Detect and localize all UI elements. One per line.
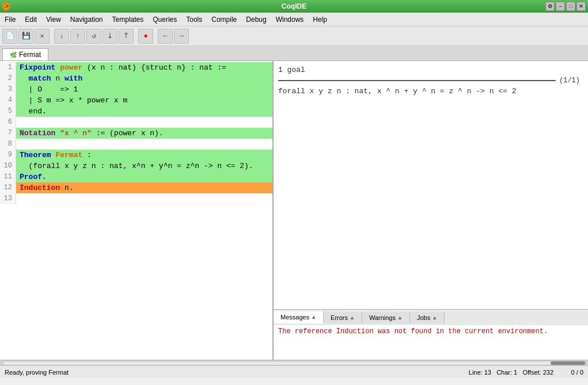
code-editor[interactable]: 1 Fixpoint power (x n : nat) {struct n} …: [0, 61, 274, 360]
offset-label: Offset:: [522, 369, 541, 376]
goal-count: 1 goal: [278, 66, 583, 74]
line-number-7: 7: [0, 128, 16, 139]
minimize-btn[interactable]: –: [556, 2, 565, 11]
line-number-2: 2: [0, 73, 16, 84]
main-content: 1 Fixpoint power (x n : nat) {struct n} …: [0, 61, 588, 360]
app-icon: 🐓: [2, 2, 10, 10]
run-to-cursor-button[interactable]: ↺: [86, 29, 101, 44]
menu-queries[interactable]: Queries: [148, 13, 181, 26]
tab-jobs[interactable]: Jobs ▲: [410, 312, 445, 323]
tab-messages-label: Messages: [280, 314, 309, 321]
menubar: File Edit View Navigation Templates Quer…: [0, 13, 588, 26]
status-position: Line: 13 Char: 1 Offset: 232 0 / 0: [469, 369, 583, 376]
message-content: The reference Induction was not found in…: [274, 325, 588, 360]
titlebar: 🐓 CoqIDE ⚙ – □ ✕: [0, 0, 588, 13]
offset-number: 232: [543, 369, 553, 376]
messages-arrow-icon: ▲: [311, 314, 316, 320]
line-number-10: 10: [0, 161, 16, 171]
menu-view[interactable]: View: [41, 13, 66, 26]
message-tabs: Messages ▲ Errors ▲ Warnings ▲ Jobs ▲: [274, 309, 588, 325]
menu-file[interactable]: File: [0, 13, 20, 26]
error-message: The reference Induction was not found in…: [278, 327, 583, 336]
save-button[interactable]: 💾: [18, 29, 33, 44]
line-content-1: Fixpoint power (x n : nat) {struct n} : …: [16, 62, 272, 73]
step-back-button[interactable]: ↑: [70, 29, 85, 44]
menu-edit[interactable]: Edit: [20, 13, 41, 26]
toolbar: 📄 💾 ✕ ↓ ↑ ↺ ⤓ ⤒ ● ← →: [0, 26, 588, 46]
line-number: 13: [484, 369, 491, 376]
status-text: Ready, proving Fermat: [5, 369, 69, 376]
proof-panel: 1 goal (1/1) forall x y z n : nat, x ^ n…: [274, 61, 588, 360]
line-label: Line:: [469, 369, 483, 376]
line-number-12: 12: [0, 182, 16, 193]
close-button[interactable]: ✕: [35, 29, 50, 44]
line-content-11: Proof.: [16, 171, 272, 182]
close-btn[interactable]: ✕: [576, 2, 586, 11]
redo-button[interactable]: →: [174, 29, 189, 44]
code-line-9: 9 Theorem Fermat :: [0, 150, 272, 161]
code-area[interactable]: 1 Fixpoint power (x n : nat) {struct n} …: [0, 61, 272, 360]
line-number-11: 11: [0, 171, 16, 182]
tab-errors-label: Errors: [331, 314, 348, 321]
code-line-11: 11 Proof.: [0, 171, 272, 182]
horizontal-scrollbar[interactable]: [2, 361, 586, 365]
maximize-btn[interactable]: □: [566, 2, 575, 11]
step-forward-button[interactable]: ↓: [54, 29, 69, 44]
line-number-4: 4: [0, 95, 16, 106]
menu-navigation[interactable]: Navigation: [66, 13, 108, 26]
tab-messages[interactable]: Messages ▲: [274, 311, 324, 323]
code-line-2: 2 match n with: [0, 73, 272, 84]
tab-warnings[interactable]: Warnings ▲: [362, 312, 410, 323]
line-content-6: [16, 117, 272, 128]
warnings-arrow-icon: ▲: [397, 315, 403, 321]
line-number-9: 9: [0, 150, 16, 161]
page-count: 0 / 0: [571, 369, 583, 376]
menu-templates[interactable]: Templates: [108, 13, 149, 26]
menu-tools[interactable]: Tools: [181, 13, 207, 26]
line-number-6: 6: [0, 117, 16, 128]
scrollbar-area[interactable]: [0, 360, 588, 365]
line-content-13: [16, 193, 272, 204]
jobs-arrow-icon: ▲: [432, 315, 437, 321]
tab-fermat[interactable]: 🌿 Fermat: [2, 48, 48, 60]
tab-bar: 🌿 Fermat: [0, 46, 588, 61]
menu-debug[interactable]: Debug: [241, 13, 271, 26]
menu-help[interactable]: Help: [308, 13, 332, 26]
code-line-13: 13: [0, 193, 272, 204]
line-content-9: Theorem Fermat :: [16, 150, 272, 161]
line-content-5: end.: [16, 106, 272, 117]
code-line-8: 8: [0, 139, 272, 150]
goal-separator-label: (1/1): [559, 77, 580, 85]
run-all-button[interactable]: ⤒: [119, 29, 134, 44]
window-controls[interactable]: ⚙ – □ ✕: [545, 2, 586, 11]
tab-errors[interactable]: Errors ▲: [324, 312, 362, 323]
code-line-3: 3 | O => 1: [0, 84, 272, 95]
line-content-4: | S m => x * power x m: [16, 95, 272, 106]
tab-label: Fermat: [19, 51, 41, 59]
help-btn[interactable]: ⚙: [545, 2, 555, 11]
interrupt-button[interactable]: ●: [138, 29, 153, 44]
menu-windows[interactable]: Windows: [271, 13, 309, 26]
undo-button[interactable]: ←: [158, 29, 173, 44]
goal-text: forall x y z n : nat, x ^ n + y ^ n = z …: [278, 87, 583, 96]
char-label: Char:: [496, 369, 512, 376]
titlebar-icon: 🐓: [2, 2, 10, 10]
menu-compile[interactable]: Compile: [207, 13, 241, 26]
line-number-5: 5: [0, 106, 16, 117]
line-content-7: Notation "x ^ n" := (power x n).: [16, 128, 272, 139]
line-number-13: 13: [0, 193, 16, 204]
tab-icon: 🌿: [10, 52, 17, 58]
run-to-end-button[interactable]: ⤓: [103, 29, 117, 44]
scrollbar-thumb[interactable]: [551, 361, 585, 365]
line-content-2: match n with: [16, 73, 272, 84]
line-content-3: | O => 1: [16, 84, 272, 95]
code-line-10: 10 (forall x y z n : nat, x^n + y^n = z^…: [0, 161, 272, 171]
status-bar: Ready, proving Fermat Line: 13 Char: 1 O…: [0, 365, 588, 378]
line-number-8: 8: [0, 139, 16, 150]
goal-area: 1 goal (1/1) forall x y z n : nat, x ^ n…: [274, 61, 588, 309]
new-file-button[interactable]: 📄: [2, 29, 17, 44]
line-content-12: Induction n.: [16, 182, 272, 193]
code-line-7: 7 Notation "x ^ n" := (power x n).: [0, 128, 272, 139]
code-line-5: 5 end.: [0, 106, 272, 117]
errors-arrow-icon: ▲: [350, 315, 355, 321]
